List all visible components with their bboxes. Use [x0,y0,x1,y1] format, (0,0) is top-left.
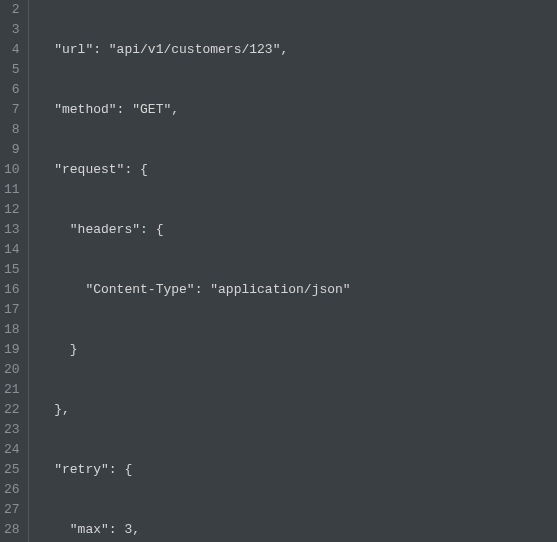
line-number: 4 [4,40,20,60]
line-number: 15 [4,260,20,280]
line-number: 10 [4,160,20,180]
line-number: 18 [4,320,20,340]
code-line[interactable]: "url": "api/v1/customers/123", [39,40,507,60]
line-number: 6 [4,80,20,100]
code-line[interactable]: } [39,340,507,360]
code-editor[interactable]: 2 3 4 5 6 7 8 9 10 11 12 13 14 15 16 17 … [0,0,557,542]
line-number: 27 [4,500,20,520]
line-number: 3 [4,20,20,40]
line-number: 17 [4,300,20,320]
line-number: 12 [4,200,20,220]
line-number: 19 [4,340,20,360]
line-number: 24 [4,440,20,460]
line-number: 13 [4,220,20,240]
line-number: 5 [4,60,20,80]
code-line[interactable]: "Content-Type": "application/json" [39,280,507,300]
line-number: 22 [4,400,20,420]
line-number: 11 [4,180,20,200]
line-number: 16 [4,280,20,300]
code-line[interactable]: "retry": { [39,460,507,480]
line-number: 25 [4,460,20,480]
line-number: 2 [4,0,20,20]
line-number: 8 [4,120,20,140]
line-number: 14 [4,240,20,260]
code-line[interactable]: "max": 3, [39,520,507,540]
code-line[interactable]: "method": "GET", [39,100,507,120]
line-number: 21 [4,380,20,400]
line-number: 9 [4,140,20,160]
line-number: 7 [4,100,20,120]
line-number: 23 [4,420,20,440]
line-number-gutter: 2 3 4 5 6 7 8 9 10 11 12 13 14 15 16 17 … [0,0,29,542]
line-number: 28 [4,520,20,540]
line-number: 20 [4,360,20,380]
code-content[interactable]: "url": "api/v1/customers/123", "method":… [29,0,507,542]
line-number: 26 [4,480,20,500]
code-line[interactable]: "headers": { [39,220,507,240]
code-line[interactable]: "request": { [39,160,507,180]
code-line[interactable]: }, [39,400,507,420]
